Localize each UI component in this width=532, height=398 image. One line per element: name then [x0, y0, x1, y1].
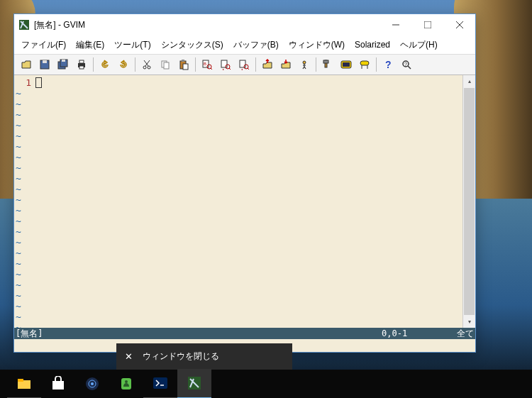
- toolbar: B ? ?: [14, 54, 475, 75]
- svg-rect-37: [360, 61, 369, 65]
- svg-rect-36: [343, 62, 350, 67]
- svg-rect-45: [18, 379, 23, 382]
- text-area[interactable]: [35, 75, 462, 328]
- menu-tools[interactable]: ツール(T): [110, 38, 155, 52]
- svg-point-49: [91, 382, 94, 385]
- find-help-icon[interactable]: ?: [398, 56, 415, 73]
- svg-rect-21: [183, 64, 188, 70]
- scroll-thumb[interactable]: [464, 88, 475, 315]
- svg-text:?: ?: [385, 59, 392, 70]
- svg-line-24: [211, 68, 212, 70]
- taskbar-powershell[interactable]: [143, 369, 177, 398]
- status-bar: [無名] 0,0-1 全て: [14, 328, 475, 339]
- svg-rect-18: [164, 62, 169, 69]
- save-icon[interactable]: [36, 56, 53, 73]
- svg-point-51: [125, 380, 128, 383]
- svg-point-32: [303, 61, 306, 64]
- taskbar-evernote[interactable]: [109, 370, 143, 398]
- svg-text:B: B: [204, 62, 206, 66]
- print-icon[interactable]: [73, 56, 90, 73]
- svg-line-31: [248, 68, 249, 70]
- save-all-icon[interactable]: [55, 56, 72, 73]
- svg-rect-46: [52, 381, 64, 389]
- svg-point-13: [143, 66, 146, 69]
- svg-rect-6: [43, 60, 47, 63]
- cut-icon[interactable]: [138, 56, 155, 73]
- gvim-icon: [18, 19, 30, 31]
- redo-icon[interactable]: [115, 56, 132, 73]
- menubar: ファイル(F) 編集(E) ツール(T) シンタックス(S) バッファ(B) ウ…: [14, 35, 475, 54]
- status-percent: 全て: [445, 328, 474, 340]
- svg-line-28: [229, 68, 231, 70]
- make-icon[interactable]: [319, 56, 336, 73]
- vertical-scrollbar[interactable]: ▴ ▾: [462, 75, 475, 328]
- menu-window[interactable]: ウィンドウ(W): [284, 38, 349, 52]
- svg-line-42: [408, 66, 411, 69]
- tilde-column: ~~~~~~~~~~~~~~~~~~~~~~~~~: [16, 88, 21, 328]
- window-title: [無名] - GVIM: [34, 19, 379, 31]
- save-session-icon[interactable]: [277, 56, 294, 73]
- svg-rect-11: [79, 60, 84, 63]
- line-number-1: 1: [14, 77, 31, 88]
- copy-icon[interactable]: [157, 56, 174, 73]
- svg-rect-29: [240, 60, 245, 67]
- menu-file[interactable]: ファイル(F): [17, 38, 70, 52]
- tooltip-label: ウィンドウを閉じる: [143, 350, 219, 363]
- svg-rect-34: [323, 60, 328, 63]
- status-position: 0,0-1: [382, 328, 445, 338]
- taskbar-tooltip: ✕ ウィンドウを閉じる: [116, 343, 292, 370]
- menu-syntax[interactable]: シンタックス(S): [157, 38, 228, 52]
- svg-text:?: ?: [404, 62, 407, 67]
- menu-help[interactable]: ヘルプ(H): [396, 38, 442, 52]
- find-replace-icon[interactable]: B: [199, 56, 216, 73]
- desktop: [無名] - GVIM ファイル(F) 編集(E) ツール(T) シンタックス(…: [0, 0, 532, 398]
- load-session-icon[interactable]: [259, 56, 276, 73]
- find-next-icon[interactable]: [217, 56, 234, 73]
- svg-rect-9: [62, 60, 65, 62]
- svg-rect-20: [182, 60, 184, 62]
- svg-point-14: [148, 66, 150, 69]
- help-icon[interactable]: ?: [379, 56, 397, 73]
- titlebar[interactable]: [無名] - GVIM: [14, 14, 475, 35]
- menu-solarized[interactable]: Solarized: [350, 38, 394, 51]
- find-prev-icon[interactable]: [235, 56, 253, 73]
- status-filename: [無名]: [16, 328, 382, 340]
- undo-icon[interactable]: [96, 56, 113, 73]
- open-icon[interactable]: [18, 56, 35, 73]
- svg-rect-26: [221, 60, 227, 67]
- close-button[interactable]: [443, 14, 475, 35]
- taskbar-gvim[interactable]: [177, 369, 211, 398]
- scroll-up-icon[interactable]: ▴: [463, 75, 475, 87]
- menu-edit[interactable]: 編集(E): [72, 38, 109, 52]
- ctags-icon[interactable]: [356, 56, 373, 73]
- editor-area[interactable]: ~~~~~~~~~~~~~~~~~~~~~~~~~ 1 ▴ ▾: [14, 75, 475, 328]
- taskbar-start[interactable]: [0, 370, 7, 398]
- svg-rect-2: [424, 21, 431, 28]
- taskbar[interactable]: [0, 370, 532, 398]
- paste-icon[interactable]: [175, 56, 192, 73]
- minimize-button[interactable]: [379, 14, 411, 35]
- taskbar-store[interactable]: [41, 370, 75, 398]
- maximize-button[interactable]: [411, 14, 443, 35]
- taskbar-file-explorer[interactable]: [7, 369, 41, 398]
- close-icon[interactable]: ✕: [125, 351, 133, 362]
- run-script-icon[interactable]: [296, 56, 313, 73]
- menu-buffer[interactable]: バッファ(B): [229, 38, 283, 52]
- scroll-down-icon[interactable]: ▾: [463, 316, 475, 328]
- cursor: [35, 77, 42, 88]
- svg-rect-52: [153, 377, 167, 389]
- taskbar-camera-app[interactable]: [75, 370, 109, 398]
- shell-icon[interactable]: [338, 56, 355, 73]
- svg-rect-12: [79, 66, 84, 69]
- gvim-window: [無名] - GVIM ファイル(F) 編集(E) ツール(T) シンタックス(…: [13, 13, 476, 353]
